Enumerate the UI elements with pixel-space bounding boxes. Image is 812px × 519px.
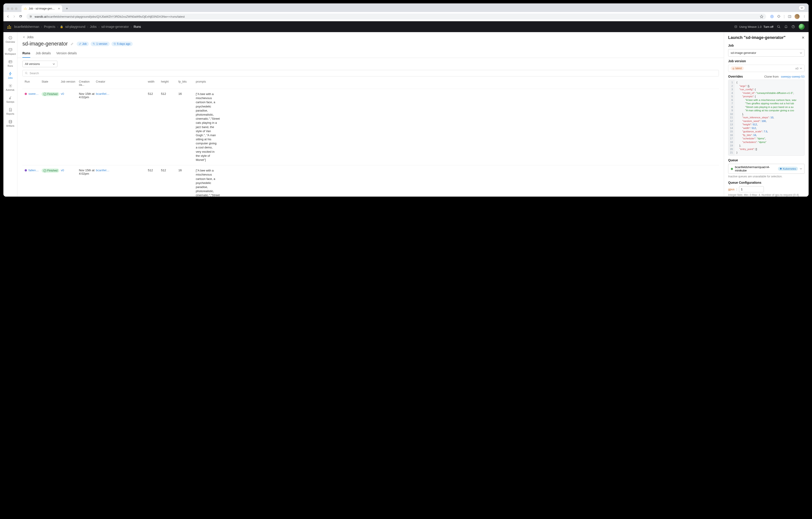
bolt-icon	[8, 72, 12, 76]
sidebar-item-reports[interactable]: Reports	[4, 106, 17, 117]
notifications-icon[interactable]	[784, 25, 788, 28]
height-cell: 512	[161, 92, 178, 95]
profile-avatar[interactable]	[794, 14, 800, 19]
breadcrumb: bcanfieldsherman › Projects › 🔒 sd-playg…	[14, 25, 141, 28]
favicon-icon	[24, 7, 27, 10]
ublock-icon[interactable]	[770, 15, 774, 18]
window-minimize[interactable]	[11, 7, 13, 10]
svg-point-5	[26, 9, 27, 10]
search-icon	[25, 72, 28, 75]
breadcrumb-user[interactable]: bcanfieldsherman	[14, 25, 39, 28]
breadcrumb-jobs[interactable]: Jobs	[90, 25, 97, 28]
runs-table: RunStateJob versionCreation da...Creator…	[18, 78, 724, 197]
col-jv[interactable]: Job version	[61, 80, 79, 86]
sidebar-item-runs[interactable]: Runs	[4, 58, 17, 69]
col-run[interactable]: Run	[25, 80, 41, 86]
sidebar-item-automat[interactable]: Automat.	[4, 82, 17, 93]
window-close[interactable]	[7, 7, 9, 10]
sidebar-item-overview[interactable]: Overview	[4, 34, 17, 45]
help-icon[interactable]	[791, 25, 795, 28]
breadcrumb-project[interactable]: sd-playground	[65, 25, 85, 28]
svg-point-4	[25, 7, 26, 8]
svg-point-2	[25, 9, 26, 10]
site-settings-icon[interactable]	[29, 15, 32, 18]
extensions-icon[interactable]	[777, 15, 781, 18]
svg-line-32	[10, 97, 11, 98]
breadcrumb-job[interactable]: sd-image-generator	[101, 25, 129, 28]
table-row[interactable]: swee…Finishedv0Nov 15th at 4:02pmbcanfie…	[22, 89, 719, 165]
col-prompts[interactable]: prompts	[196, 80, 219, 86]
run-link[interactable]: swee…	[28, 92, 39, 95]
sidebar: Overview Workspace Runs Jobs Automat. Sw…	[3, 32, 18, 197]
sidebar-item-artifacts[interactable]: Artifacts	[4, 118, 17, 129]
code-editor[interactable]: 123456789101112131415161718192021 { "arg…	[728, 80, 805, 156]
url-text: wandb.ai/bcanfieldsherman/sd-playground/…	[35, 15, 757, 18]
search-input[interactable]: Search	[22, 70, 719, 77]
svg-point-24	[10, 37, 11, 37]
new-tab-button[interactable]: +	[64, 6, 70, 11]
breadcrumb-current: Runs	[134, 25, 141, 28]
col-creation[interactable]: Creation da...	[79, 80, 96, 86]
clone-from-link[interactable]: sweepy-sweep-53	[781, 75, 805, 78]
browser-tab[interactable]: Job - sd-image-generator - R… ×	[22, 5, 62, 12]
col-creator[interactable]: Creator	[96, 80, 148, 86]
job-version-link[interactable]: v0	[61, 168, 64, 172]
star-icon[interactable]	[760, 15, 763, 18]
svg-rect-25	[9, 48, 12, 51]
svg-rect-28	[9, 61, 12, 63]
table-header: RunStateJob versionCreation da...Creator…	[22, 78, 719, 89]
job-version-link[interactable]: v0	[61, 92, 64, 95]
run-link[interactable]: fallen…	[28, 168, 39, 172]
tab-runs[interactable]: Runs	[22, 49, 30, 58]
chevron-down-icon	[800, 52, 802, 54]
tab-job-details[interactable]: Job details	[36, 49, 51, 58]
creator-link[interactable]: bcanfiel…	[96, 92, 148, 95]
url-bar[interactable]: wandb.ai/bcanfieldsherman/sd-playground/…	[26, 13, 766, 20]
gpu-helper: Integer field. Min: 0 Max: 4. Number of …	[728, 193, 805, 197]
browser-chrome: Job - sd-image-generator - R… × + wandb.…	[3, 3, 809, 21]
gpu-input[interactable]	[739, 186, 764, 192]
col-height[interactable]: height	[161, 80, 178, 86]
pill-job[interactable]: Job	[77, 42, 89, 46]
creator-link[interactable]: bcanfiel…	[96, 168, 148, 172]
traffic-lights	[7, 7, 18, 10]
col-fp_bits[interactable]: fp_bits	[178, 80, 196, 86]
chevron-down-icon	[800, 168, 802, 169]
pill-version[interactable]: 1 version	[91, 42, 110, 46]
queue-select[interactable]: ◉ bcanfieldsherman/quad-t4-minikube ✱Kub…	[728, 164, 805, 174]
edit-icon[interactable]	[70, 42, 74, 46]
sidebar-item-jobs[interactable]: Jobs	[4, 70, 17, 81]
search-icon[interactable]	[777, 25, 781, 28]
job-select[interactable]: sd-image-generator	[728, 49, 805, 57]
back-link[interactable]: Jobs	[18, 32, 724, 41]
breadcrumb-projects[interactable]: Projects	[44, 25, 55, 28]
table-row[interactable]: fallen…Finishedv0Nov 15th at 4:02pmbcanf…	[22, 165, 719, 197]
tab-close-icon[interactable]: ×	[58, 7, 60, 10]
window-zoom[interactable]	[15, 7, 18, 10]
weave-toggle[interactable]: Using Weave 1.0 Turn off	[734, 25, 773, 28]
svg-rect-17	[735, 26, 737, 28]
version-filter-select[interactable]: All versions	[22, 61, 57, 67]
panel-icon[interactable]	[788, 15, 791, 18]
svg-point-11	[772, 16, 773, 17]
back-button[interactable]	[6, 15, 10, 18]
page-title: sd-image-generator	[22, 41, 68, 47]
col-state[interactable]: State	[41, 80, 61, 86]
reload-button[interactable]	[19, 15, 22, 18]
link-icon	[79, 43, 81, 45]
user-avatar[interactable]	[799, 24, 805, 30]
svg-point-9	[30, 17, 31, 18]
tab-version-details[interactable]: Version details	[56, 49, 77, 58]
close-icon[interactable]: ✕	[802, 35, 805, 40]
chrome-menu-icon[interactable]	[803, 15, 806, 18]
chrome-tabs-button[interactable]	[799, 5, 805, 10]
fp-bits-cell: 16	[178, 92, 196, 95]
sidebar-item-workspace[interactable]: Workspace	[4, 46, 17, 57]
wandb-logo[interactable]	[7, 25, 11, 29]
col-width[interactable]: width	[148, 80, 161, 86]
svg-rect-12	[788, 16, 791, 18]
sidebar-item-sweeps[interactable]: Sweeps	[4, 94, 17, 105]
version-select[interactable]: ◎latest v0	[728, 65, 805, 72]
pill-age[interactable]: 5 days ago	[111, 42, 133, 46]
height-cell: 512	[161, 168, 178, 172]
